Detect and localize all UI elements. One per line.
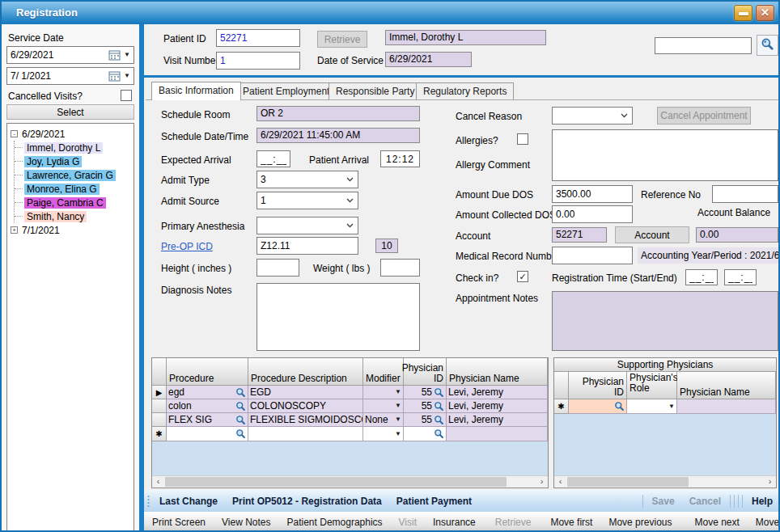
patient-name[interactable]: Paige, Cambria C (24, 197, 106, 209)
dropdown-arrow-icon[interactable]: ▼ (395, 431, 401, 437)
modifier-column-header[interactable]: Modifier (363, 358, 404, 386)
lookup-icon[interactable] (235, 401, 246, 412)
lookup-icon[interactable] (235, 429, 246, 439)
registration-time-start-input[interactable] (685, 269, 718, 285)
allergy-comment-textarea[interactable] (552, 129, 778, 181)
cancel-button[interactable]: Cancel (682, 496, 728, 507)
procedure-description-cell[interactable] (248, 427, 363, 441)
tab-regulatory-reports[interactable]: Regulatory Reports (416, 82, 514, 99)
procedure-new-row[interactable]: ✱ ▼ (152, 427, 548, 441)
supporting-physician-new-row[interactable]: ✱ ▼ (554, 399, 776, 414)
save-button[interactable]: Save (645, 496, 682, 507)
procedure-row[interactable]: ▶ egd EGD ▼ 55 Levi, Jeremy (152, 386, 548, 399)
dropdown-arrow-icon[interactable]: ▼ (395, 416, 401, 423)
move-next-button[interactable]: Move next (686, 517, 747, 528)
dropdown-arrow-icon[interactable]: ▼ (124, 52, 130, 58)
procedure-grid-hscrollbar[interactable]: ‹ › (152, 475, 548, 488)
patient-payment-button[interactable]: Patient Payment (389, 496, 479, 507)
lookup-icon[interactable] (434, 387, 444, 398)
scroll-left-icon[interactable]: ‹ (152, 476, 164, 488)
collapse-icon[interactable]: - (11, 130, 18, 137)
physician-id-cell[interactable]: 55 (405, 386, 434, 398)
patient-arrival-input[interactable] (380, 150, 420, 167)
lookup-icon[interactable] (434, 401, 444, 412)
scrollbar-thumb[interactable] (567, 477, 689, 487)
physician-id-column-header[interactable]: Physician ID (404, 358, 447, 386)
procedure-column-header[interactable]: Procedure (167, 358, 248, 386)
physician-role-column-header[interactable]: Physician's Role (627, 372, 677, 399)
expand-icon[interactable]: + (11, 226, 18, 234)
toolbar-grip[interactable] (147, 495, 150, 508)
patient-search-input[interactable] (655, 37, 752, 54)
patient-name[interactable]: Smith, Nancy (24, 211, 87, 222)
help-button[interactable]: Help (744, 496, 780, 507)
tab-responsible-party[interactable]: Responsible Party (329, 82, 422, 99)
visit-button[interactable]: Visit (391, 517, 425, 528)
dropdown-arrow-icon[interactable]: ▼ (395, 389, 401, 395)
weight-input[interactable] (380, 259, 420, 277)
patient-name[interactable]: Lawrence, Gracin G (24, 170, 116, 181)
allergies-checkbox[interactable] (517, 133, 528, 145)
procedure-description-cell[interactable]: EGD (248, 386, 363, 399)
scrollbar-thumb[interactable] (165, 477, 507, 487)
retrieve-nav-button[interactable]: Retrieve (487, 517, 540, 528)
physician-name-column-header[interactable]: Physician Name (447, 358, 548, 386)
close-button[interactable]: ✕ (756, 5, 774, 21)
scroll-left-icon[interactable]: ‹ (554, 476, 566, 488)
admit-source-select[interactable]: 1 (256, 192, 358, 209)
admit-type-select[interactable]: 3 (256, 171, 358, 188)
tree-patient-item[interactable]: Smith, Nancy (15, 209, 134, 223)
tree-date-node[interactable]: - 6/29/2021 (7, 127, 134, 141)
physician-name-cell[interactable]: Levi, Jeremy (447, 413, 548, 427)
lookup-icon[interactable] (235, 415, 246, 425)
procedure-row[interactable]: FLEX SIG FLEXIBLE SIGMOIDOSCOPY None▼ 55… (152, 413, 548, 427)
tree-patient-item[interactable]: Lawrence, Gracin G (15, 168, 134, 182)
cancel-reason-select[interactable] (552, 107, 633, 125)
supporting-grid-hscrollbar[interactable]: ‹ › (554, 475, 776, 488)
tree-patient-item[interactable]: Monroe, Elina G (15, 182, 134, 196)
dropdown-arrow-icon[interactable]: ▼ (124, 73, 130, 79)
cancel-appointment-button[interactable]: Cancel Appointment (657, 107, 751, 125)
insurance-button[interactable]: Insurance (425, 517, 484, 528)
lookup-icon[interactable] (434, 429, 444, 439)
supporting-physician-id-column-header[interactable]: Physician ID (569, 372, 627, 399)
dropdown-arrow-icon[interactable]: ▼ (395, 403, 401, 409)
print-op5012-button[interactable]: Print OP5012 - Registration Data (225, 496, 389, 507)
move-previous-button[interactable]: Move previous (600, 517, 680, 528)
amount-collected-dos-input[interactable] (552, 205, 633, 223)
dropdown-arrow-icon[interactable]: ▼ (668, 403, 675, 410)
registration-time-end-input[interactable] (724, 269, 757, 285)
patient-name[interactable]: Joy, Lydia G (24, 156, 82, 167)
amount-due-dos-input[interactable] (552, 185, 633, 203)
procedure-cell[interactable]: egd (168, 386, 235, 398)
patient-name[interactable]: Immel, Dorothy L (24, 142, 103, 154)
patient-search-button[interactable] (757, 35, 778, 56)
patient-id-input[interactable] (216, 29, 300, 47)
lookup-icon[interactable] (235, 387, 246, 398)
retrieve-button[interactable]: Retrieve (317, 31, 367, 48)
minimize-button[interactable] (734, 5, 752, 21)
check-in-checkbox[interactable]: ✓ (517, 271, 528, 282)
tree-patient-item[interactable]: Immel, Dorothy L (15, 141, 134, 154)
patient-demographics-button[interactable]: Patient Demographics (279, 517, 391, 528)
procedure-description-cell[interactable]: FLEXIBLE SIGMOIDOSCOPY (248, 413, 363, 427)
scroll-right-icon[interactable]: › (764, 476, 776, 488)
pre-op-icd-input[interactable] (256, 237, 358, 255)
physician-id-cell[interactable]: 55 (405, 400, 434, 412)
service-date-from-picker[interactable]: 6/29/2021 ▼ (6, 46, 134, 64)
pre-op-icd-link[interactable]: Pre-OP ICD (161, 241, 213, 252)
height-input[interactable] (256, 259, 299, 277)
physician-name-cell[interactable]: Levi, Jeremy (447, 399, 548, 413)
tree-patient-item[interactable]: Joy, Lydia G (15, 154, 134, 168)
reference-no-input[interactable] (712, 185, 778, 203)
medical-record-number-input[interactable] (552, 247, 633, 264)
last-change-button[interactable]: Last Change (152, 496, 225, 507)
lookup-icon[interactable] (434, 415, 444, 425)
procedure-cell[interactable]: FLEX SIG (168, 414, 235, 425)
move-first-button[interactable]: Move first (542, 517, 600, 528)
procedure-cell[interactable]: colon (168, 400, 235, 412)
modifier-cell[interactable]: None (365, 414, 395, 425)
lookup-icon[interactable] (614, 401, 625, 412)
cancelled-visits-checkbox[interactable] (121, 90, 132, 101)
print-screen-button[interactable]: Print Screen (144, 517, 214, 528)
